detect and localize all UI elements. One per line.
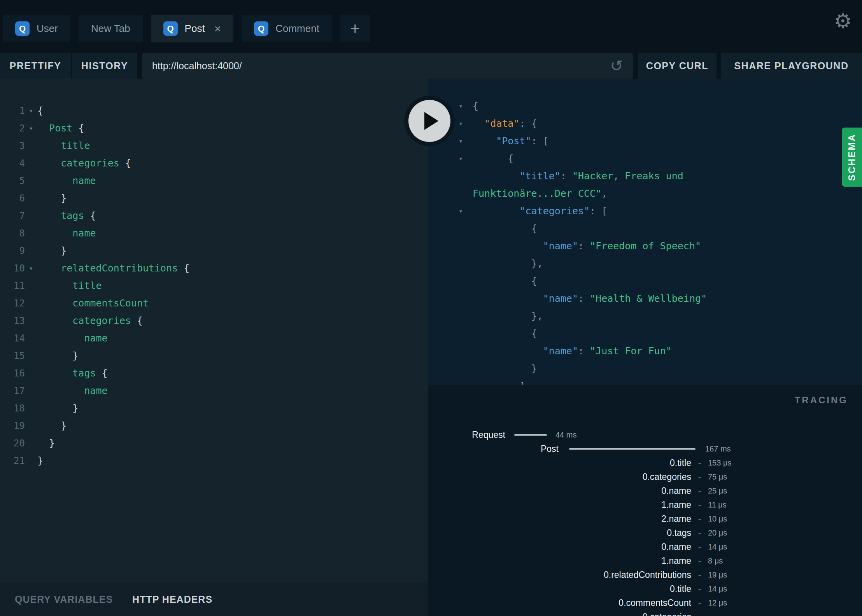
tab-label: New Tab: [91, 23, 130, 35]
editor-bottom-bar: QUERY VARIABLES HTTP HEADERS: [0, 583, 428, 616]
schema-tab[interactable]: SCHEMA: [842, 128, 862, 187]
tab-post[interactable]: QPost×: [151, 15, 234, 42]
response-token: ,: [601, 188, 607, 199]
response-line: }: [428, 360, 862, 377]
query-token: [37, 175, 72, 186]
query-token: categories: [61, 158, 119, 169]
response-line: ]: [428, 377, 862, 385]
query-token: {: [131, 315, 143, 326]
tracing-row: 0.commentsCount-12 μs: [428, 596, 862, 610]
query-token: [37, 262, 61, 274]
query-token: [37, 210, 61, 221]
query-line: 11 title: [0, 277, 428, 294]
tracing-dash: -: [691, 486, 708, 496]
toolbar: PRETTIFY HISTORY http://localhost:4000/ …: [0, 53, 862, 79]
tab-comment[interactable]: QComment: [242, 15, 332, 42]
tracing-label: Request: [428, 430, 505, 440]
line-number: 1: [0, 105, 25, 116]
response-code: "name": "Freedom of Speech": [473, 240, 701, 252]
line-number: 20: [0, 438, 25, 449]
query-token: {: [72, 122, 84, 134]
fold-arrow-icon[interactable]: ▾: [25, 124, 37, 132]
query-token: tags: [61, 210, 84, 221]
query-token: name: [84, 332, 107, 344]
response-token: "categories": [519, 205, 590, 217]
tracing-duration: 19 μs: [708, 570, 727, 579]
history-button[interactable]: HISTORY: [72, 53, 137, 79]
response-code: }: [473, 363, 537, 374]
query-code: title: [37, 280, 102, 291]
query-token: }: [37, 402, 78, 414]
query-token: }: [37, 350, 78, 361]
reload-icon[interactable]: ↺: [610, 58, 623, 74]
response-line: "name": "Just For Fun": [428, 342, 862, 360]
line-number: 3: [0, 140, 25, 151]
tab-user[interactable]: QUser: [3, 15, 70, 42]
share-playground-button[interactable]: SHARE PLAYGROUND: [721, 53, 862, 79]
query-code: categories {: [37, 315, 143, 326]
tracing-label: 1.name: [428, 556, 691, 566]
schema-tab-label: SCHEMA: [846, 133, 857, 181]
response-token: "Just For Fun": [590, 345, 672, 357]
response-token: },: [473, 258, 543, 269]
tracing-dash: -: [691, 570, 708, 580]
response-code: },: [473, 310, 543, 322]
tracing-label: 0.name: [428, 486, 691, 496]
fold-arrow-icon[interactable]: ▾: [25, 107, 37, 115]
query-code: title: [37, 140, 90, 151]
tracing-rows: Request44 msPost167 ms0.title-153 μs0.ca…: [428, 428, 862, 616]
line-number: 6: [0, 193, 25, 204]
tracing-label: 1.name: [428, 500, 691, 510]
query-badge: Q: [163, 21, 178, 36]
query-token: [37, 315, 72, 326]
tracing-row: 1.name-8 μs: [428, 554, 862, 568]
line-number: 15: [0, 350, 25, 361]
tracing-row: 0.categories-75 μs: [428, 470, 862, 484]
response-line: ▾ "Post": [: [428, 132, 862, 150]
tab-list: QUserNew TabQPost×QComment+: [0, 0, 862, 42]
query-code: name: [37, 228, 96, 239]
response-code: },: [473, 258, 543, 269]
tracing-label: 0.name: [428, 542, 691, 552]
execute-button[interactable]: [404, 96, 455, 146]
tracing-label: 0.title: [428, 458, 691, 468]
query-line: 6 }: [0, 189, 428, 207]
tab-label: User: [37, 23, 58, 35]
query-token: relatedContributions: [61, 262, 178, 274]
query-token: name: [72, 175, 96, 186]
url-input[interactable]: http://localhost:4000/ ↺: [142, 53, 633, 79]
response-token: }: [473, 363, 537, 374]
tracing-duration: 14 μs: [708, 584, 727, 593]
query-badge: Q: [15, 21, 30, 36]
query-editor[interactable]: 1▾{2▾ Post {3 title4 categories {5 name6…: [0, 79, 428, 583]
response-line: "name": "Freedom of Speech": [428, 237, 862, 255]
response-line: ▾ "data": {: [428, 115, 862, 132]
line-number: 2: [0, 123, 25, 134]
prettify-button[interactable]: PRETTIFY: [0, 53, 71, 79]
response-code: {: [473, 223, 537, 234]
tracing-dash: -: [691, 598, 708, 608]
tracing-title: TRACING: [795, 395, 848, 406]
tracing-row: 0.name-14 μs: [428, 540, 862, 554]
close-tab-icon[interactable]: ×: [214, 23, 221, 35]
settings-gear-icon[interactable]: ⚙: [834, 11, 852, 31]
http-headers-tab[interactable]: HTTP HEADERS: [132, 594, 212, 605]
query-variables-tab[interactable]: QUERY VARIABLES: [15, 594, 113, 605]
response-code: {: [473, 153, 513, 164]
tab-new-tab[interactable]: New Tab: [79, 15, 143, 42]
fold-arrow-icon[interactable]: ▾: [428, 154, 473, 163]
copy-curl-button[interactable]: COPY CURL: [638, 53, 717, 79]
query-code: name: [37, 385, 108, 396]
fold-arrow-icon[interactable]: ▾: [428, 207, 473, 215]
response-token: : [: [531, 135, 549, 147]
response-line: {: [428, 272, 862, 290]
line-number: 12: [0, 298, 25, 309]
new-tab-button[interactable]: +: [340, 15, 370, 42]
query-line: 17 name: [0, 382, 428, 399]
query-code: name: [37, 332, 108, 344]
fold-arrow-icon[interactable]: ▾: [25, 264, 37, 272]
query-token: name: [84, 385, 107, 396]
tracing-label: 0.tags: [428, 528, 691, 538]
tracing-row: Post167 ms: [428, 442, 862, 456]
response-token: {: [473, 223, 537, 234]
